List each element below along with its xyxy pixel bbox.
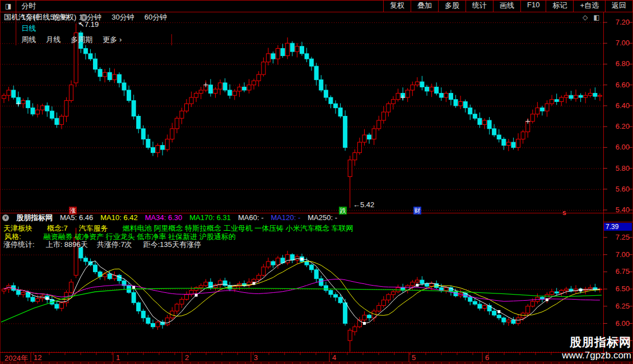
- toolbar-item-月线[interactable]: 月线: [41, 35, 66, 45]
- info-text[interactable]: 上市: 8896天: [46, 241, 88, 249]
- main-axis-7.20: 7.20: [604, 18, 630, 26]
- toolbar-item-画线[interactable]: 画线: [493, 1, 520, 12]
- info-text[interactable]: 概念:7: [47, 225, 68, 232]
- split-square-icon[interactable]: ◨: [1, 2, 16, 10]
- sub-axis-6.75: 6.75: [604, 268, 630, 276]
- period-groups: 分时1分钟5分钟15分钟30分钟60分钟日线周线月线多周期更多 ›: [16, 1, 172, 12]
- sub-axis-7.00: 7.00: [604, 251, 630, 259]
- watermark: 股朋指标网 www.7gpzb.com: [521, 334, 631, 361]
- toolbar-right-items: 复权叠加多股统计画线F10标记+自选返回: [383, 1, 633, 12]
- chart-canvas[interactable]: [0, 0, 633, 364]
- toolbar-item-叠加[interactable]: 叠加: [411, 1, 438, 12]
- main-axis-6.60: 6.60: [604, 81, 630, 89]
- toolbar-item-复权[interactable]: 复权: [383, 1, 411, 12]
- page-title[interactable]: 国机汽车(日线.前复权): [4, 12, 76, 22]
- ma-values: MA5: 6.46MA10: 6.42MA34: 6.30MA170: 6.31…: [60, 213, 337, 222]
- info-text[interactable]: 共涨停:7次: [97, 241, 132, 249]
- window-split-group: ◨: [0, 1, 16, 12]
- main-axis-6.00: 6.00: [604, 143, 630, 151]
- sub-axis-7.25: 7.25: [604, 234, 630, 241]
- signal-跌: 跌: [339, 207, 347, 214]
- info-text[interactable]: 汽车服务: [79, 225, 108, 232]
- info-text[interactable]: 天津板块: [3, 225, 32, 232]
- main-axis-6.80: 6.80: [604, 60, 630, 68]
- month-label-6: 6: [485, 353, 489, 362]
- chevron-down-icon[interactable]: ∨: [80, 14, 87, 21]
- month-label-5: 5: [412, 353, 416, 362]
- toolbar-item-分时[interactable]: 分时: [16, 1, 41, 11]
- ma-value-MA34: MA34: 6.30: [145, 213, 183, 222]
- ma-value-MA250: MA250: -: [308, 213, 337, 222]
- month-label-1: 1: [116, 353, 120, 362]
- axis-price-badge: 7.39: [604, 223, 632, 231]
- main-axis-5.40: 5.40: [604, 206, 630, 214]
- toolbar-item-+自选[interactable]: +自选: [573, 1, 605, 12]
- month-label-12: 12: [34, 353, 41, 362]
- toolbar-item-返回[interactable]: 返回: [605, 1, 632, 12]
- sub-axis-6.00: 6.00: [604, 320, 630, 328]
- sub-axis-6.25: 6.25: [604, 302, 630, 310]
- info-text[interactable]: 风格:: [4, 233, 21, 241]
- main-axis-6.40: 6.40: [604, 102, 630, 110]
- toolbar-item-多股[interactable]: 多股: [438, 1, 466, 12]
- toolbar-group-3: 周线月线多周期更多 ›: [16, 34, 172, 45]
- sector-concept-row[interactable]: 天津板块概念:7汽车服务燃料电池 阿里概念 特斯拉概念 工业母机 一体压铸 小米…: [3, 225, 353, 232]
- watermark-brand: 股朋指标网: [521, 334, 631, 350]
- info-text[interactable]: 涨停统计:: [3, 241, 35, 249]
- signal-财: 财: [413, 207, 421, 214]
- ma-value-MA60: MA60: -: [238, 213, 264, 222]
- watermark-url: www.7gpzb.com: [521, 350, 631, 361]
- ma-value-MA5: MA5: 6.46: [60, 213, 93, 222]
- titlebar-corner-icons: ◇◧: [583, 13, 600, 21]
- brand-label: 股朋指标网: [16, 213, 53, 223]
- date-axis-year: 2024年: [4, 353, 28, 363]
- main-axis-6.20: 6.20: [604, 123, 630, 130]
- limit-up-stats-row: 涨停统计:上市: 8896天共涨停:7次距今:135天有涨停: [3, 241, 201, 249]
- toolbar-item-周线[interactable]: 周线: [16, 35, 41, 45]
- main-axis-7.00: 7.00: [604, 39, 630, 47]
- diamond-icon[interactable]: ◇: [583, 13, 588, 21]
- stock-app-window: { "toolbar": { "window_icon": "split-squ…: [0, 0, 633, 364]
- toolbar-item-60分钟[interactable]: 60分钟: [139, 12, 172, 22]
- top-toolbar: ◨ 分时1分钟5分钟15分钟30分钟60分钟日线周线月线多周期更多 › 复权叠加…: [0, 0, 633, 12]
- s-marker: s: [562, 209, 566, 217]
- chart-titlebar: 国机汽车(日线.前复权) ∨: [4, 13, 87, 22]
- info-text[interactable]: 融资融券 破净资产 行业龙头 低市净率 社保新进 沪股通标的: [44, 233, 236, 241]
- collapse-panel-icon[interactable]: ∨: [2, 214, 9, 221]
- month-label-4: 4: [332, 353, 336, 362]
- toolbar-item-统计[interactable]: 统计: [466, 1, 493, 12]
- toolbar-item-日线[interactable]: 日线: [16, 24, 41, 34]
- toolbar-group-0: 分时: [16, 1, 172, 12]
- toolbar-item-30分钟[interactable]: 30分钟: [106, 12, 139, 22]
- month-label-3: 3: [254, 353, 258, 362]
- price-annotation: ←5.42: [353, 200, 374, 209]
- style-tags-row[interactable]: 风格:融资融券 破净资产 行业龙头 低市净率 社保新进 沪股通标的: [3, 233, 236, 241]
- info-text[interactable]: 燃料电池 阿里概念 特斯拉概念 工业母机 一体压铸 小米汽车概念 车联网: [123, 225, 353, 232]
- toolbar-item-F10[interactable]: F10: [520, 1, 546, 12]
- ma-value-MA10: MA10: 6.42: [100, 213, 138, 222]
- ma-value-MA120: MA120: -: [271, 213, 301, 222]
- toolbar-item-标记[interactable]: 标记: [546, 1, 573, 12]
- toolbar-group-2: 日线: [16, 23, 172, 34]
- ma-info-bar: ∨ 股朋指标网 MA5: 6.46MA10: 6.42MA34: 6.30MA1…: [2, 213, 337, 222]
- main-axis-5.80: 5.80: [604, 165, 630, 172]
- toolbar-item-更多 ›[interactable]: 更多 ›: [97, 35, 127, 45]
- main-axis-5.60: 5.60: [604, 185, 630, 193]
- info-text[interactable]: 距今:135天有涨停: [143, 241, 201, 249]
- toolbar-item-多周期[interactable]: 多周期: [66, 35, 97, 45]
- ma-value-MA170: MA170: 6.31: [189, 213, 231, 222]
- month-label-2: 2: [185, 353, 189, 362]
- sub-axis-6.50: 6.50: [604, 285, 630, 293]
- split-view-icon[interactable]: ◧: [593, 13, 599, 21]
